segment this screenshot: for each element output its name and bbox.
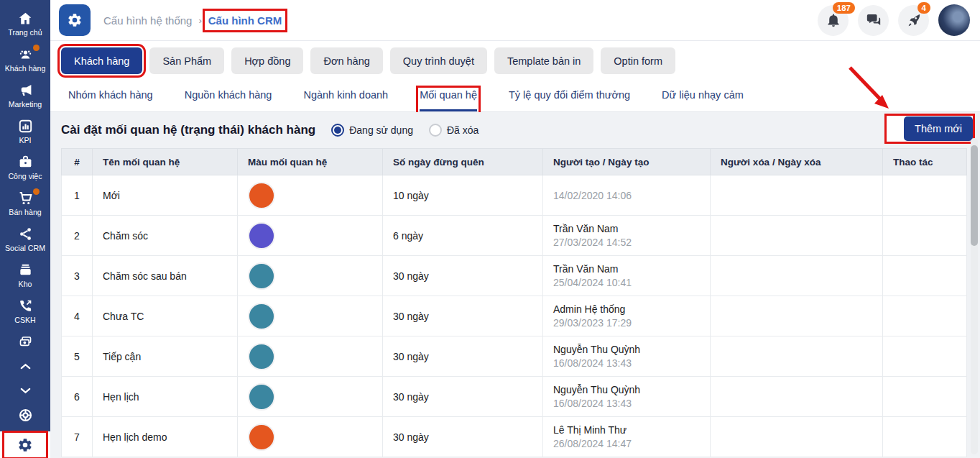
notification-dot — [33, 45, 40, 51]
sidebar-item-cards[interactable] — [0, 329, 50, 354]
cell-creator: Lê Thị Minh Thư26/08/2024 14:47 — [543, 417, 711, 457]
cell-days: 30 ngày — [383, 417, 543, 457]
cell-name: Chưa TC — [93, 296, 238, 336]
gear-icon — [67, 12, 83, 28]
creator-name: Nguyễn Thu Quỳnh — [553, 344, 700, 355]
radio-đã-xóa[interactable]: Đã xóa — [429, 124, 479, 137]
scrollbar-thumb[interactable] — [971, 145, 978, 246]
tab-template-bản-in[interactable]: Template bản in — [494, 47, 593, 74]
sidebar-item-ban-hang[interactable]: Bán hàng — [0, 186, 50, 221]
table-row: 4Chưa TC30 ngàyAdmin Hệ thống29/03/2023 … — [62, 296, 967, 336]
vertical-scrollbar[interactable] — [971, 138, 978, 454]
tab-optin-form[interactable]: Optin form — [601, 47, 675, 74]
bell-icon — [826, 12, 841, 28]
add-new-button[interactable]: Thêm mới — [904, 116, 973, 141]
relation-color-dot — [248, 262, 275, 290]
cell-days: 6 ngày — [383, 216, 543, 256]
subtab-ngành-kinh-doanh[interactable]: Ngành kinh doanh — [303, 89, 388, 111]
settings-button[interactable] — [7, 436, 43, 454]
subtab-nhóm-khách-hàng[interactable]: Nhóm khách hàng — [68, 89, 153, 111]
cell-creator: 14/02/2020 14:06 — [543, 175, 711, 216]
table-row: 2Chăm sóc6 ngàyTrần Văn Nam27/03/2024 14… — [62, 216, 967, 256]
updates-button[interactable]: 4 — [898, 5, 929, 36]
creator-name: Lê Thị Minh Thư — [553, 424, 700, 436]
sidebar-item-cskh[interactable]: CSKH — [0, 293, 50, 329]
cell-color — [238, 296, 383, 336]
cell-name: Chăm sóc — [93, 216, 238, 256]
sidebar-item-kpi[interactable]: KPI — [0, 114, 50, 150]
sidebar-item-marketing[interactable]: Marketing — [0, 78, 50, 114]
sidebar-item-kho[interactable]: Kho — [0, 257, 50, 293]
sidebar-item-trang-chu[interactable]: Trang chủ — [0, 6, 50, 42]
relation-color-dot — [248, 303, 275, 330]
subtab-mối-quan-hệ[interactable]: Mối quan hệ — [420, 89, 477, 111]
created-date: 27/03/2024 14:52 — [553, 237, 700, 248]
sidebar-item-cong-viec[interactable]: Công việc — [0, 150, 50, 186]
chevron-up-icon — [18, 359, 33, 374]
cell-color — [238, 216, 383, 256]
header-actions: 187 4 — [818, 4, 970, 36]
cell-deleter — [711, 377, 883, 417]
messages-button[interactable] — [858, 5, 889, 36]
cell-index: 4 — [62, 296, 93, 336]
buoy-icon — [18, 408, 33, 423]
users-icon — [18, 47, 33, 62]
tab-sản-phẩm[interactable]: Sản Phẩm — [149, 47, 224, 74]
sub-tabbar: Nhóm khách hàngNguồn khách hàngNgành kin… — [50, 81, 980, 112]
sidebar-bottom — [0, 431, 50, 458]
cell-name: Hẹn lịch demo — [93, 417, 238, 457]
cell-deleter — [711, 417, 883, 457]
column-header: Tên mối quan hệ — [93, 149, 238, 175]
tab-khách-hàng[interactable]: Khách hàng — [61, 47, 142, 74]
chevron-down-icon — [18, 383, 33, 398]
cell-days: 10 ngày — [383, 175, 543, 216]
creator-name: Admin Hệ thống — [553, 303, 700, 315]
notifications-button[interactable]: 187 — [818, 5, 849, 36]
chart-icon — [18, 119, 33, 134]
cart-icon — [18, 191, 33, 206]
gear-icon — [17, 437, 33, 453]
cell-deleter — [711, 296, 883, 336]
settings-app-button[interactable] — [59, 4, 91, 36]
cell-days: 30 ngày — [383, 296, 543, 336]
sidebar-item-khach-hang[interactable]: Khách hàng — [0, 42, 50, 78]
tab-quy-trình-duyệt[interactable]: Quy trình duyệt — [390, 47, 487, 74]
cell-days: 30 ngày — [383, 336, 543, 377]
sidebar-item-label: Trang chủ — [8, 28, 42, 37]
content-area: Cài đặt mối quan hệ (trạng thái) khách h… — [50, 112, 980, 458]
creator-name: Trần Văn Nam — [553, 223, 700, 234]
cell-deleter — [711, 336, 883, 377]
cell-actions — [883, 377, 967, 417]
sidebar-item-scroll-up[interactable] — [0, 354, 50, 378]
sidebar-item-help[interactable] — [0, 403, 50, 427]
cell-name: Chăm sóc sau bán — [93, 256, 238, 296]
created-date: 25/04/2024 10:41 — [553, 277, 700, 288]
cell-color — [238, 175, 383, 216]
user-avatar[interactable] — [938, 4, 970, 36]
breadcrumb-separator-icon: › — [198, 15, 201, 26]
sidebar-item-label: Khách hàng — [5, 64, 46, 73]
cell-days: 30 ngày — [383, 256, 543, 296]
relation-color-dot — [248, 182, 275, 209]
subtab-nguồn-khách-hàng[interactable]: Nguồn khách hàng — [185, 89, 272, 111]
cell-creator: Admin Hệ thống29/03/2023 17:29 — [543, 296, 711, 336]
subtab-dữ-liệu-nhạy-cảm[interactable]: Dữ liệu nhạy cảm — [662, 89, 744, 111]
column-header: Màu mối quan hệ — [238, 149, 383, 175]
sidebar-item-social-crm[interactable]: Social CRM — [0, 221, 50, 257]
breadcrumb-parent[interactable]: Cấu hình hệ thống — [103, 14, 192, 27]
sidebar-item-label: Marketing — [9, 100, 42, 109]
created-date: 16/08/2024 13:43 — [553, 357, 700, 369]
tab-đơn-hàng[interactable]: Đơn hàng — [310, 47, 382, 74]
subtab-tỷ-lệ-quy-đổi-điểm-thưởng[interactable]: Tỷ lệ quy đổi điểm thưởng — [509, 89, 630, 111]
table-row: 7Hẹn lịch demo30 ngàyLê Thị Minh Thư26/0… — [62, 417, 967, 457]
cell-color — [238, 377, 383, 417]
cell-color — [238, 256, 383, 296]
sidebar-item-scroll-down[interactable] — [0, 378, 50, 403]
table-header-row: #Tên mối quan hệMàu mối quan hệSố ngày đ… — [62, 149, 967, 175]
tab-hợp-đồng[interactable]: Hợp đồng — [231, 47, 303, 74]
breadcrumb-current[interactable]: Cấu hình CRM — [208, 14, 282, 27]
radio-đang-sử-dụng[interactable]: Đang sử dụng — [331, 124, 413, 137]
sidebar-item-label: Bán hàng — [9, 208, 41, 216]
cell-index: 6 — [62, 377, 93, 417]
cell-deleter — [711, 175, 883, 216]
